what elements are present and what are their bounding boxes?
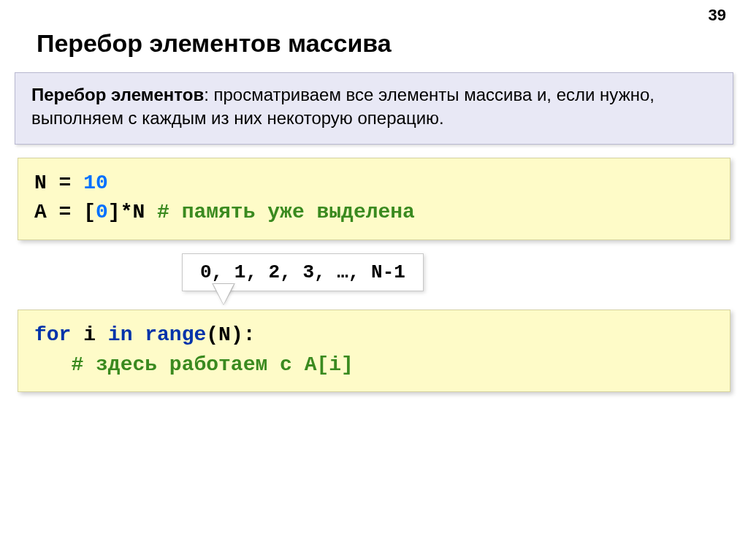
code-text: N = xyxy=(34,172,83,194)
code-comment: # здесь работаем с A[i] xyxy=(71,353,353,376)
code-text: ]*N xyxy=(108,201,157,223)
code-indent xyxy=(34,353,71,376)
code-text: (N): xyxy=(206,323,255,346)
code-line-1: N = 10 xyxy=(34,169,714,199)
code-text: A = [ xyxy=(34,201,96,223)
code-keyword: for xyxy=(34,323,71,346)
code-box-loop: for i in range(N): # здесь работаем с A[… xyxy=(18,310,730,392)
code-keyword: range xyxy=(145,323,206,346)
code-keyword: in xyxy=(108,323,133,346)
slide-title: Перебор элементов массива xyxy=(0,0,748,72)
code-box-init: N = 10 A = [0]*N # память уже выделена xyxy=(18,158,730,240)
code-line-2: A = [0]*N # память уже выделена xyxy=(34,198,714,228)
definition-box: Перебор элементов: просматриваем все эле… xyxy=(15,72,733,145)
callout-wrapper: 0, 1, 2, 3, …, N-1 xyxy=(18,240,730,310)
code-line-4: # здесь работаем с A[i] xyxy=(34,350,714,380)
page-number: 39 xyxy=(709,6,726,25)
code-line-3: for i in range(N): xyxy=(34,321,714,350)
callout-pointer xyxy=(213,284,234,304)
definition-term: Перебор элементов xyxy=(31,85,204,104)
code-text xyxy=(132,323,145,346)
code-literal: 10 xyxy=(83,172,108,194)
code-comment: # память уже выделена xyxy=(157,201,415,223)
code-text: i xyxy=(71,323,107,346)
code-literal: 0 xyxy=(96,201,108,223)
